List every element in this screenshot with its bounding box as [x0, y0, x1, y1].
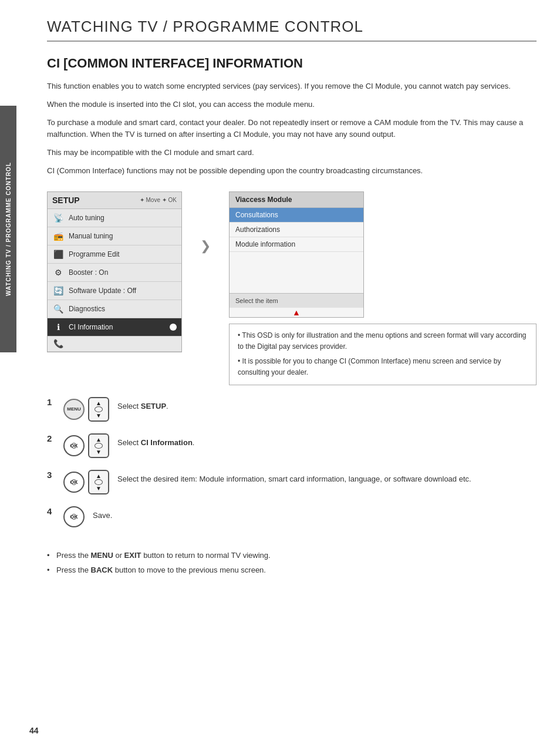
forward-arrow-icon: ❯: [200, 238, 211, 254]
notes-box: • This OSD is only for illustration and …: [229, 324, 537, 385]
bottom-note-2: Press the BACK button to move to the pre…: [47, 566, 537, 574]
tv-menu-item-1-label: Manual tuning: [69, 232, 113, 240]
intro-para-5: CI (Common Interface) functions may not …: [47, 165, 537, 177]
diagnostics-icon: 🔍: [52, 303, 64, 315]
empty-icon: 📞: [52, 338, 64, 349]
intro-para-3: To purchase a module and smart card, con…: [47, 117, 537, 142]
tv-menu-item-5: 🔍 Diagnostics: [48, 300, 181, 318]
viaccess-footer: Select the item: [230, 293, 363, 308]
tv-menu-item-3: ⚙ Booster : On: [48, 264, 181, 282]
tv-menu-items: 📡 Auto tuning 📻 Manual tuning ⬛ Programm…: [48, 209, 181, 352]
steps-section: 1 MENU ▲ ▼ Select SETUP. 2 OK: [47, 397, 537, 527]
ok-inner-dot-2: [71, 443, 77, 449]
right-column: Viaccess Module Consultations Authorizat…: [229, 191, 537, 385]
tv-menu-item-2-label: Programme Edit: [69, 250, 120, 258]
step-3-buttons: OK ▲ ▼: [63, 470, 109, 494]
viaccess-arrow: ▲: [230, 308, 363, 317]
viaccess-item-0: Consultations: [230, 208, 363, 223]
tv-menu-item-0-label: Auto tuning: [69, 214, 104, 222]
intro-para-2: When the module is inserted into the CI …: [47, 99, 537, 111]
exit-word: EXIT: [124, 551, 141, 560]
software-update-icon: 🔄: [52, 285, 64, 297]
tv-menu-item-0: 📡 Auto tuning: [48, 209, 181, 227]
step-number-4: 4: [47, 506, 55, 516]
menu-word: MENU: [91, 551, 113, 560]
tv-menu-item-5-label: Diagnostics: [69, 305, 105, 313]
bottom-notes: Press the MENU or EXIT button to return …: [47, 551, 537, 574]
ok-button-2[interactable]: OK: [63, 435, 85, 456]
ok-button-4[interactable]: OK: [63, 506, 85, 527]
step-3-desc: Select the desired item: Module informat…: [117, 470, 471, 486]
page-number: 44: [29, 726, 39, 735]
viaccess-item-1: Authorizations: [230, 223, 363, 237]
tv-menu-item-3-label: Booster : On: [69, 268, 108, 277]
step-1-buttons: MENU ▲ ▼: [63, 397, 109, 422]
booster-icon: ⚙: [52, 267, 64, 278]
step-1-bold: SETUP: [141, 402, 166, 410]
tv-menu-title: SETUP: [52, 196, 80, 205]
step-2-bold: CI Information: [141, 438, 193, 447]
nav-down-icon-3: ▼: [96, 485, 102, 492]
nav-down-icon: ▼: [96, 412, 102, 419]
tv-menu-item-6-label: CI Information: [69, 323, 113, 331]
viaccess-footer-text: Select the item: [235, 297, 278, 304]
section-title: CI [COMMON INTERFACE] INFORMATION: [47, 56, 537, 71]
tv-menu-item-2: ⬛ Programme Edit: [48, 245, 181, 264]
prog-edit-icon: ⬛: [52, 248, 64, 260]
nav-button-1[interactable]: ▲ ▼: [88, 397, 109, 422]
nav-up-icon-2: ▲: [96, 436, 102, 443]
tv-menu-item-4: 🔄 Software Update : Off: [48, 282, 181, 300]
nav-circle-3: [95, 479, 103, 485]
tv-menu-item-empty: 📞: [48, 337, 181, 352]
step-4-buttons: OK: [63, 506, 85, 527]
ok-button-3[interactable]: OK: [63, 472, 85, 493]
tv-menu-item-1: 📻 Manual tuning: [48, 227, 181, 245]
note-bullet-2: •: [238, 357, 242, 365]
step-row-4: 4 OK Save.: [47, 506, 537, 527]
step-number-1: 1: [47, 397, 55, 407]
viaccess-item-2: Module information: [230, 237, 363, 252]
side-tab-text: WATCHING TV / PROGRAMME CONTROL: [5, 162, 12, 296]
diagrams-area: SETUP ✦ Move ✦ OK 📡 Auto tuning 📻 Manual…: [47, 191, 537, 385]
page-title: WATCHING TV / PROGRAMME CONTROL: [47, 18, 537, 42]
viaccess-header: Viaccess Module: [230, 192, 363, 208]
nav-up-icon: ▲: [96, 400, 102, 406]
tv-menu-nav: ✦ Move ✦ OK: [140, 197, 177, 203]
viaccess-menu: Viaccess Module Consultations Authorizat…: [229, 191, 364, 318]
step-row-3: 3 OK ▲ ▼ Select the desired item: Module…: [47, 470, 537, 494]
tv-menu-item-4-label: Software Update : Off: [69, 287, 136, 295]
step-1-desc: Select SETUP.: [117, 397, 168, 413]
note-2: • It is possible for you to change CI (C…: [238, 356, 528, 378]
nav-up-icon-3: ▲: [96, 473, 102, 479]
note-text-2: It is possible for you to change CI (Com…: [238, 357, 501, 376]
note-text-1: This OSD is only for illustration and th…: [238, 331, 527, 351]
arrow-divider: ❯: [194, 191, 217, 254]
auto-tuning-icon: 📡: [52, 212, 64, 224]
tv-menu-item-6: ℹ CI Information: [48, 318, 181, 337]
step-row-2: 2 OK ▲ ▼ Select CI Information.: [47, 433, 537, 458]
ok-inner-dot-3: [71, 479, 77, 485]
step-number-3: 3: [47, 470, 55, 480]
nav-down-icon-2: ▼: [96, 449, 102, 455]
menu-button[interactable]: MENU: [63, 399, 85, 420]
tv-menu-header: SETUP ✦ Move ✦ OK: [48, 192, 181, 209]
ok-inner-dot-4: [71, 514, 77, 520]
ci-info-dot: [170, 324, 177, 331]
side-tab: WATCHING TV / PROGRAMME CONTROL: [0, 106, 16, 352]
step-2-buttons: OK ▲ ▼: [63, 433, 109, 458]
intro-para-1: This function enables you to watch some …: [47, 80, 537, 93]
step-2-desc: Select CI Information.: [117, 433, 194, 449]
intro-para-4: This may be incompatible with the CI mod…: [47, 147, 537, 159]
step-number-2: 2: [47, 433, 55, 443]
ci-info-icon: ℹ: [52, 321, 64, 333]
nav-button-2[interactable]: ▲ ▼: [88, 433, 109, 458]
step-row-1: 1 MENU ▲ ▼ Select SETUP.: [47, 397, 537, 422]
tv-menu-mockup: SETUP ✦ Move ✦ OK 📡 Auto tuning 📻 Manual…: [47, 191, 182, 352]
menu-label: MENU: [67, 406, 81, 412]
back-word: BACK: [91, 566, 113, 574]
nav-button-3[interactable]: ▲ ▼: [88, 470, 109, 494]
note-1: • This OSD is only for illustration and …: [238, 330, 528, 352]
nav-circle-2: [95, 443, 103, 449]
nav-circle-1: [95, 406, 103, 412]
step-4-desc: Save.: [93, 506, 112, 522]
